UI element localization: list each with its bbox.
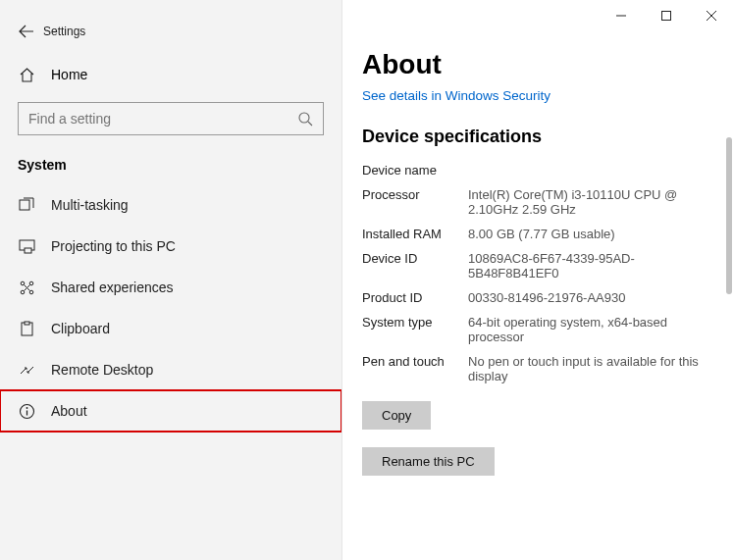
multitask-icon (18, 196, 35, 214)
value-system-type: 64-bit operating system, x64-based proce… (468, 315, 710, 344)
nav-label: Projecting to this PC (51, 238, 176, 254)
close-button[interactable] (689, 0, 734, 31)
project-icon (18, 237, 35, 255)
specs-header: Device specifications (362, 127, 710, 147)
label-pen: Pen and touch (362, 354, 468, 383)
label-product-id: Product ID (362, 290, 468, 305)
svg-point-5 (29, 281, 33, 285)
rename-button[interactable]: Rename this PC (362, 447, 495, 476)
maximize-button[interactable] (644, 0, 689, 31)
sidebar-item-projecting[interactable]: Projecting to this PC (0, 226, 341, 267)
svg-rect-12 (662, 12, 671, 21)
nav-label: Remote Desktop (51, 362, 153, 378)
minimize-button[interactable] (599, 0, 644, 31)
svg-point-4 (21, 281, 25, 285)
nav-label: Shared experiences (51, 280, 174, 295)
svg-rect-9 (25, 322, 29, 325)
sidebar-item-multitasking[interactable]: Multi-tasking (0, 184, 341, 226)
svg-point-6 (21, 290, 25, 294)
home-icon (18, 66, 35, 83)
search-input[interactable] (28, 111, 296, 127)
label-device-id: Device ID (362, 251, 468, 280)
back-icon[interactable] (18, 23, 35, 40)
info-icon (18, 402, 35, 420)
clipboard-icon (18, 320, 35, 337)
security-link[interactable]: See details in Windows Security (362, 88, 550, 103)
label-ram: Installed RAM (362, 227, 468, 241)
share-icon (18, 279, 35, 296)
sidebar-item-shared[interactable]: Shared experiences (0, 267, 341, 308)
scrollbar[interactable] (726, 137, 732, 294)
copy-button[interactable]: Copy (362, 401, 431, 430)
sidebar-item-about[interactable]: About (0, 390, 341, 432)
sidebar-item-remote[interactable]: Remote Desktop (0, 349, 341, 390)
search-icon (296, 110, 313, 127)
label-device-name: Device name (362, 163, 468, 178)
home-label: Home (35, 67, 87, 82)
value-ram: 8.00 GB (7.77 GB usable) (468, 227, 615, 241)
svg-rect-1 (20, 200, 29, 210)
svg-point-0 (299, 113, 309, 123)
sidebar-item-home[interactable]: Home (0, 55, 341, 94)
label-system-type: System type (362, 315, 468, 344)
remote-icon (18, 361, 35, 379)
sidebar-item-clipboard[interactable]: Clipboard (0, 308, 341, 349)
value-device-id: 10869AC8-6F67-4339-95AD-5B48F8B41EF0 (468, 251, 710, 280)
svg-point-7 (29, 290, 33, 294)
page-title: About (362, 49, 710, 80)
value-product-id: 00330-81496-21976-AA930 (468, 290, 625, 305)
value-processor: Intel(R) Core(TM) i3-10110U CPU @ 2.10GH… (468, 187, 710, 217)
value-pen: No pen or touch input is available for t… (468, 354, 710, 383)
svg-point-11 (26, 407, 27, 409)
nav-label: Multi-tasking (51, 197, 129, 213)
group-header: System (0, 143, 341, 180)
label-processor: Processor (362, 187, 468, 217)
search-box[interactable] (18, 102, 324, 135)
nav-label: About (51, 403, 87, 419)
svg-rect-3 (25, 248, 31, 253)
app-title: Settings (35, 25, 85, 38)
nav-label: Clipboard (51, 321, 110, 336)
